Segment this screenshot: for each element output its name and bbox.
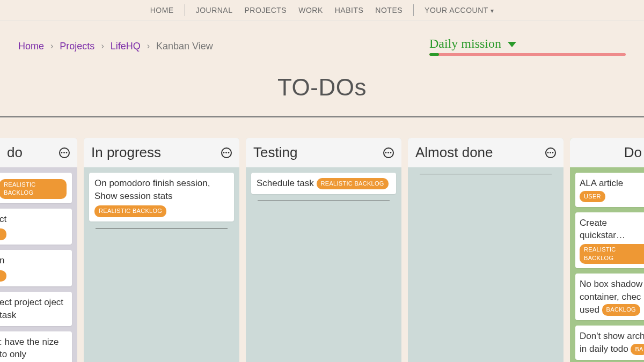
more-icon[interactable]: ••• xyxy=(545,147,556,158)
card-text: Create quickstar… xyxy=(580,218,625,241)
chevron-right-icon: › xyxy=(101,41,104,51)
progress-bar xyxy=(429,53,626,56)
kanban-card[interactable]: No box shadow container, chec used BACKL… xyxy=(575,274,644,320)
card-text: On pomodoro finish session, Show session… xyxy=(94,178,210,201)
chevron-down-icon: ▾ xyxy=(491,7,494,14)
nav-home[interactable]: HOME xyxy=(149,4,175,17)
more-icon[interactable]: ••• xyxy=(221,147,232,158)
card-tag: BA xyxy=(631,344,644,355)
nav-separator xyxy=(185,4,185,16)
kanban-card[interactable]: : have the nize to only xyxy=(0,331,72,362)
card-tag: REALISTIC BACKLOG xyxy=(317,178,389,189)
card-tag: BACKLOG xyxy=(602,304,640,315)
nav-account-dropdown[interactable]: YOUR ACCOUNT▾ xyxy=(423,4,495,17)
card-text: n xyxy=(0,255,4,265)
top-nav: HOME JOURNAL PROJECTS WORK HABITS NOTES … xyxy=(0,0,644,20)
column-almost-done: Almost done ••• xyxy=(408,138,564,362)
add-card-line[interactable] xyxy=(96,228,228,228)
card-tag xyxy=(0,228,6,240)
kanban-card[interactable]: n xyxy=(0,250,72,286)
breadcrumb-home[interactable]: Home xyxy=(18,41,44,52)
card-tag: REALISTIC BACKLOG xyxy=(94,205,166,217)
column-title: Almost done xyxy=(415,144,493,161)
column-header: do ••• xyxy=(0,138,77,167)
kanban-board: do ••• REALISTIC BACKLOGct n ect project… xyxy=(0,116,644,362)
page-title: TO-DOs xyxy=(0,74,644,101)
nav-notes[interactable]: NOTES xyxy=(374,4,404,17)
nav-projects[interactable]: PROJECTS xyxy=(244,4,288,17)
breadcrumb-projects[interactable]: Projects xyxy=(60,41,94,52)
card-text: ALA article xyxy=(580,178,623,188)
card-tag: USER xyxy=(580,191,605,202)
nav-habits[interactable]: HABITS xyxy=(334,4,365,17)
more-icon[interactable]: ••• xyxy=(383,147,394,158)
kanban-card[interactable]: ect project oject task xyxy=(0,292,72,326)
nav-work[interactable]: WORK xyxy=(297,4,324,17)
column-title: Do xyxy=(624,144,642,161)
card-tag: REALISTIC BACKLOG xyxy=(580,244,644,264)
column-header: In progress ••• xyxy=(84,138,239,167)
chevron-right-icon: › xyxy=(50,41,53,51)
kanban-card[interactable]: Schedule task REALISTIC BACKLOG xyxy=(251,173,396,194)
column-header: Testing ••• xyxy=(246,138,401,167)
column-testing: Testing ••• Schedule task REALISTIC BACK… xyxy=(246,138,401,362)
kanban-card[interactable]: REALISTIC BACKLOG xyxy=(0,173,72,203)
chevron-right-icon: › xyxy=(147,41,150,51)
column-title: do xyxy=(7,144,23,161)
column-header: Do xyxy=(570,138,644,167)
breadcrumb-current: Kanban View xyxy=(156,41,213,52)
add-card-line[interactable] xyxy=(258,201,390,201)
breadcrumb: Home › Projects › LifeHQ › Kanban View xyxy=(18,41,213,52)
column-in-progress: In progress ••• On pomodoro finish sessi… xyxy=(84,138,239,362)
daily-mission-widget[interactable]: Daily mission xyxy=(429,36,626,56)
add-card-line[interactable] xyxy=(420,174,552,174)
caret-down-icon xyxy=(508,42,516,47)
breadcrumb-lifehq[interactable]: LifeHQ xyxy=(111,41,141,52)
card-tag: REALISTIC BACKLOG xyxy=(0,179,67,199)
card-text: ct xyxy=(0,214,6,224)
kanban-card[interactable]: ALA article USER xyxy=(575,173,644,207)
kanban-card[interactable]: On pomodoro finish session, Show session… xyxy=(89,173,234,221)
kanban-card[interactable]: Don't show arch in daily todo BA xyxy=(575,326,644,360)
card-text: ect project oject task xyxy=(0,297,63,320)
kanban-card[interactable]: ct xyxy=(0,209,72,245)
card-text: : have the nize to only xyxy=(0,337,59,360)
nav-journal[interactable]: JOURNAL xyxy=(195,4,234,17)
column-header: Almost done ••• xyxy=(408,138,564,167)
progress-fill xyxy=(429,53,439,56)
kanban-card[interactable]: Create quickstar… REALISTIC BACKLOG xyxy=(575,212,644,268)
card-text: Schedule task xyxy=(257,178,314,188)
column-done: Do ALA article USERCreate quickstar… REA… xyxy=(570,138,644,362)
nav-separator xyxy=(413,4,414,16)
page-header: Home › Projects › LifeHQ › Kanban View D… xyxy=(0,20,644,56)
card-tag xyxy=(0,270,6,282)
column-title: In progress xyxy=(91,144,161,161)
column-title: Testing xyxy=(253,144,297,161)
more-icon[interactable]: ••• xyxy=(59,147,70,158)
column-todo: do ••• REALISTIC BACKLOGct n ect project… xyxy=(0,138,77,362)
